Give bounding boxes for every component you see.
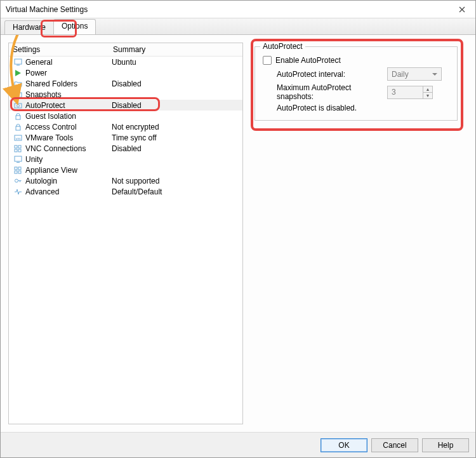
- svg-text:vm: vm: [15, 137, 20, 140]
- list-item-vnc-connections[interactable]: VNC Connections Disabled: [9, 143, 242, 154]
- ok-button[interactable]: OK: [321, 438, 367, 452]
- titlebar: Virtual Machine Settings: [1, 1, 475, 18]
- list-item-label: General: [25, 58, 112, 67]
- svg-rect-14: [15, 156, 22, 161]
- help-button[interactable]: Help: [422, 438, 469, 452]
- svg-point-20: [15, 179, 18, 182]
- autoprotect-group: AutoProtect Enable AutoProtect AutoProte…: [255, 46, 458, 121]
- list-item-autoprotect[interactable]: AutoProtect Disabled: [9, 100, 242, 111]
- folder-icon: [13, 79, 23, 88]
- spinner-buttons: ▲ ▼: [423, 86, 432, 98]
- cancel-label: Cancel: [383, 441, 406, 450]
- cancel-button[interactable]: Cancel: [371, 438, 418, 452]
- list-item-label: Guest Isolation: [25, 112, 112, 121]
- camera-icon: [13, 90, 23, 99]
- svg-rect-12: [15, 149, 17, 152]
- list-item-label: Unity: [25, 155, 112, 164]
- spin-down-button[interactable]: ▼: [423, 93, 432, 98]
- svg-rect-16: [15, 167, 17, 170]
- interval-row: AutoProtect interval: Daily: [263, 67, 449, 81]
- main-area: Settings Summary General Ubuntu Power Sh…: [1, 35, 475, 432]
- svg-rect-1: [17, 65, 20, 65]
- list-item-summary: Default/Default: [112, 187, 242, 196]
- list-item-label: Autologin: [25, 177, 112, 185]
- list-item-general[interactable]: General Ubuntu: [9, 57, 242, 67]
- monitor-icon: [13, 155, 23, 164]
- tabstrip: Hardware Options: [1, 18, 475, 35]
- right-panel: AutoProtect Enable AutoProtect AutoProte…: [255, 43, 468, 424]
- list-item-label: VNC Connections: [25, 144, 112, 153]
- list-item-vmware-tools[interactable]: vm VMware Tools Time sync off: [9, 132, 242, 143]
- interval-label: AutoProtect interval:: [263, 70, 383, 79]
- svg-rect-17: [18, 167, 21, 170]
- max-spinner[interactable]: 3 ▲ ▼: [387, 86, 433, 99]
- client-area: Settings Summary General Ubuntu Power Sh…: [1, 35, 475, 457]
- interval-value: Daily: [392, 70, 409, 79]
- list-item-label: Advanced: [25, 187, 112, 196]
- list-item-power[interactable]: Power: [9, 67, 242, 78]
- settings-list: Settings Summary General Ubuntu Power Sh…: [8, 43, 243, 424]
- tab-options-label: Options: [62, 22, 88, 30]
- max-row: Maximum AutoProtect snapshots: 3 ▲ ▼: [263, 83, 449, 101]
- svg-rect-6: [16, 116, 20, 119]
- svg-rect-11: [18, 145, 21, 148]
- grid-icon: [13, 166, 23, 175]
- list-item-label: Snapshots: [25, 90, 112, 99]
- list-item-shared-folders[interactable]: Shared Folders Disabled: [9, 78, 242, 89]
- list-item-guest-isolation[interactable]: Guest Isolation: [9, 111, 242, 121]
- list-item-summary: Disabled: [112, 144, 242, 153]
- ok-label: OK: [338, 441, 349, 450]
- tab-hardware[interactable]: Hardware: [4, 20, 54, 34]
- list-item-summary: Time sync off: [112, 133, 242, 142]
- lock-icon: [13, 112, 23, 121]
- list-header: Settings Summary: [9, 43, 242, 57]
- svg-rect-7: [16, 126, 20, 130]
- list-item-summary: Not encrypted: [112, 123, 242, 131]
- key-icon: [13, 177, 23, 185]
- list-item-label: VMware Tools: [25, 133, 112, 142]
- svg-rect-15: [17, 162, 20, 163]
- list-item-label: Shared Folders: [25, 79, 112, 88]
- list-item-label: Access Control: [25, 123, 112, 131]
- help-label: Help: [438, 441, 454, 450]
- vm-icon: vm: [13, 133, 23, 142]
- list-header-summary: Summary: [113, 45, 242, 54]
- lock-icon: [13, 123, 23, 131]
- max-label: Maximum AutoProtect snapshots:: [263, 83, 383, 101]
- grid-icon: [13, 144, 23, 153]
- pulse-icon: [13, 187, 23, 196]
- close-button[interactable]: [449, 1, 475, 18]
- play-icon: [13, 69, 23, 77]
- status-row: AutoProtect is disabled.: [263, 104, 449, 112]
- list-item-access-control[interactable]: Access Control Not encrypted: [9, 121, 242, 132]
- list-header-name: Settings: [13, 45, 113, 54]
- window-title: Virtual Machine Settings: [6, 5, 88, 14]
- list-item-label: Power: [25, 69, 112, 77]
- camera-icon: [13, 101, 23, 110]
- list-item-appliance-view[interactable]: Appliance View: [9, 165, 242, 175]
- list-item-autologin[interactable]: Autologin Not supported: [9, 175, 242, 186]
- svg-point-3: [17, 94, 19, 97]
- tab-options[interactable]: Options: [53, 19, 96, 34]
- list-item-label: Appliance View: [25, 166, 112, 175]
- svg-rect-10: [15, 145, 17, 148]
- list-item-unity[interactable]: Unity: [9, 154, 242, 165]
- list-item-advanced[interactable]: Advanced Default/Default: [9, 186, 242, 197]
- window: Virtual Machine Settings Hardware Option…: [0, 0, 476, 458]
- status-text: AutoProtect is disabled.: [263, 104, 357, 112]
- list-item-summary: Disabled: [112, 79, 242, 88]
- list-item-summary: Ubuntu: [112, 58, 242, 67]
- max-value: 3: [392, 88, 396, 97]
- enable-autoprotect-label: Enable AutoProtect: [275, 56, 341, 65]
- enable-autoprotect-checkbox[interactable]: [263, 56, 272, 65]
- tab-hardware-label: Hardware: [13, 23, 46, 32]
- list-item-summary: Not supported: [112, 177, 242, 185]
- svg-rect-13: [18, 149, 21, 152]
- spin-up-button[interactable]: ▲: [423, 86, 432, 93]
- close-icon: [459, 6, 465, 13]
- svg-rect-18: [15, 171, 17, 173]
- list-item-snapshots[interactable]: Snapshots: [9, 89, 242, 100]
- enable-row: Enable AutoProtect: [263, 56, 449, 65]
- interval-select[interactable]: Daily: [387, 67, 442, 81]
- group-title: AutoProtect: [260, 42, 305, 51]
